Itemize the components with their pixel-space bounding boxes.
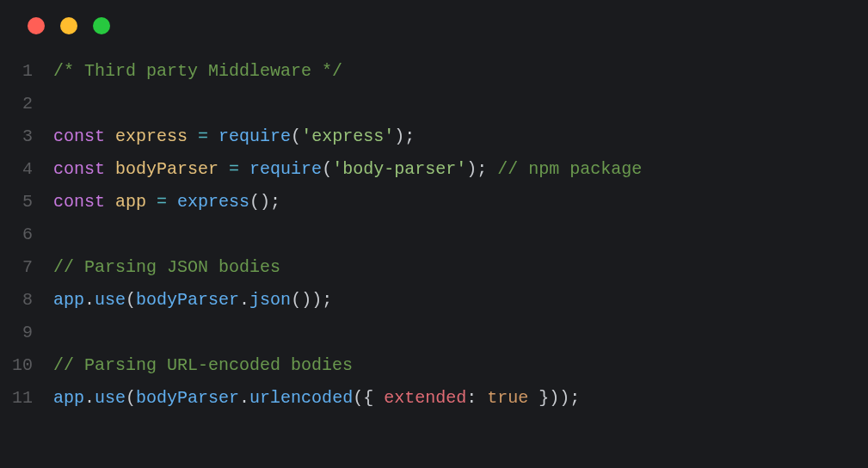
token: extended: [384, 388, 466, 408]
code-line[interactable]: 11app.use(bodyParser.urlencoded({ extend…: [0, 382, 868, 415]
token: 'body-parser': [332, 159, 466, 179]
code-line[interactable]: 6: [0, 219, 868, 251]
token: /* Third party Middleware */: [53, 61, 342, 81]
token: [188, 126, 198, 146]
code-editor[interactable]: 1/* Third party Middleware */2 3const ex…: [0, 55, 868, 415]
code-content[interactable]: app.use(bodyParser.urlencoded({ extended…: [53, 382, 580, 415]
line-number: 9: [0, 317, 53, 349]
token: use: [95, 290, 126, 310]
line-number: 4: [0, 153, 53, 186]
code-line[interactable]: 1/* Third party Middleware */: [0, 55, 868, 88]
code-content[interactable]: // Parsing JSON bodies: [53, 251, 280, 284]
token: [219, 159, 229, 179]
token: :: [466, 388, 487, 408]
token: .: [239, 388, 249, 408]
traffic-lights: [0, 17, 868, 55]
token: // Parsing URL-encoded bodies: [53, 355, 353, 375]
token: app: [115, 192, 146, 212]
token: // npm package: [497, 159, 642, 179]
token: (: [291, 126, 301, 146]
token: [167, 192, 177, 212]
code-content[interactable]: [53, 219, 64, 251]
token: app: [53, 388, 84, 408]
close-icon[interactable]: [28, 17, 45, 34]
code-line[interactable]: 2: [0, 88, 868, 120]
code-line[interactable]: 5const app = express();: [0, 186, 868, 219]
token: [105, 159, 115, 179]
token: [146, 192, 157, 212]
token: );: [466, 159, 497, 179]
code-line[interactable]: 4const bodyParser = require('body-parser…: [0, 153, 868, 186]
token: }));: [528, 388, 580, 408]
token: ({: [353, 388, 384, 408]
token: bodyParser: [136, 388, 239, 408]
token: require: [219, 126, 291, 146]
token: json: [249, 290, 291, 310]
line-number: 7: [0, 251, 53, 284]
token: =: [229, 159, 239, 179]
line-number: 6: [0, 219, 53, 251]
token: .: [84, 290, 95, 310]
code-line[interactable]: 9: [0, 317, 868, 349]
editor-window: 1/* Third party Middleware */2 3const ex…: [0, 0, 868, 468]
code-content[interactable]: [53, 88, 64, 120]
token: (: [126, 290, 136, 310]
line-number: 10: [0, 349, 53, 382]
token: );: [394, 126, 415, 146]
line-number: 11: [0, 382, 53, 415]
code-content[interactable]: // Parsing URL-encoded bodies: [53, 349, 353, 382]
token: urlencoded: [249, 388, 353, 408]
token: app: [53, 290, 84, 310]
token: ());: [291, 290, 332, 310]
token: 'express': [301, 126, 394, 146]
zoom-icon[interactable]: [93, 17, 110, 34]
token: require: [249, 159, 322, 179]
code-content[interactable]: [53, 317, 64, 349]
line-number: 2: [0, 88, 53, 120]
token: .: [84, 388, 95, 408]
line-number: 1: [0, 55, 53, 88]
token: ();: [249, 192, 280, 212]
token: bodyParser: [115, 159, 219, 179]
token: =: [157, 192, 167, 212]
token: const: [53, 126, 105, 146]
code-content[interactable]: const app = express();: [53, 186, 280, 219]
line-number: 8: [0, 284, 53, 317]
code-line[interactable]: 3const express = require('express');: [0, 120, 868, 153]
token: express: [177, 192, 249, 212]
token: const: [53, 192, 105, 212]
token: .: [239, 290, 249, 310]
token: [105, 126, 115, 146]
minimize-icon[interactable]: [60, 17, 77, 34]
token: (: [126, 388, 136, 408]
code-content[interactable]: const bodyParser = require('body-parser'…: [53, 153, 642, 186]
token: bodyParser: [136, 290, 239, 310]
token: use: [95, 388, 126, 408]
token: true: [487, 388, 528, 408]
line-number: 5: [0, 186, 53, 219]
token: const: [53, 159, 105, 179]
token: (: [322, 159, 332, 179]
code-content[interactable]: const express = require('express');: [53, 120, 415, 153]
code-line[interactable]: 8app.use(bodyParser.json());: [0, 284, 868, 317]
token: [239, 159, 249, 179]
token: =: [198, 126, 208, 146]
code-content[interactable]: app.use(bodyParser.json());: [53, 284, 332, 317]
token: [208, 126, 219, 146]
token: // Parsing JSON bodies: [53, 257, 280, 277]
code-content[interactable]: /* Third party Middleware */: [53, 55, 342, 88]
code-line[interactable]: 7// Parsing JSON bodies: [0, 251, 868, 284]
line-number: 3: [0, 120, 53, 153]
token: [105, 192, 115, 212]
token: express: [115, 126, 188, 146]
code-line[interactable]: 10// Parsing URL-encoded bodies: [0, 349, 868, 382]
